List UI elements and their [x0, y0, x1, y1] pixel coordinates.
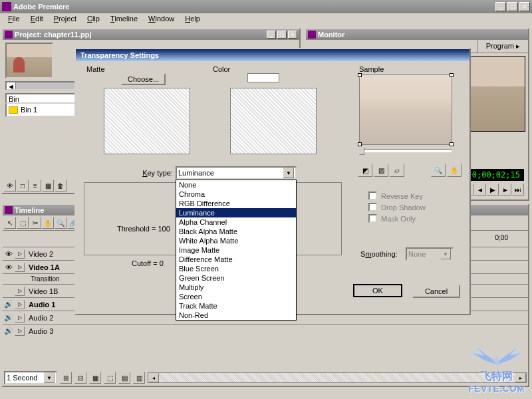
project-tool-2[interactable]: □	[17, 180, 29, 192]
timeline-opt-3[interactable]: ▦	[89, 372, 101, 384]
monitor-title: Monitor	[318, 31, 526, 39]
tool-hand[interactable]: ✋	[42, 217, 54, 229]
close-button[interactable]: ×	[519, 2, 530, 11]
key-option-non-red[interactable]: Non-Red	[176, 311, 296, 320]
monitor-next[interactable]: ⏭	[512, 184, 524, 196]
monitor-play[interactable]: ▶	[487, 184, 499, 196]
mask-only-checkbox[interactable]	[368, 214, 377, 223]
sample-preview[interactable]	[360, 75, 452, 144]
key-option-screen[interactable]: Screen	[176, 292, 296, 301]
sample-handle-br[interactable]	[450, 142, 454, 146]
project-thumbnail[interactable]	[5, 43, 53, 78]
tool-selection[interactable]: ↖	[4, 217, 16, 229]
sample-frame	[359, 74, 452, 145]
key-option-none[interactable]: None	[176, 180, 296, 190]
key-option-difference-matte[interactable]: Difference Matte	[176, 255, 296, 264]
key-option-image-matte[interactable]: Image Matte	[176, 245, 296, 255]
track-audio3[interactable]: 🔊 ▷ Audio 3	[3, 324, 528, 337]
reverse-key-row[interactable]: Reverse Key	[368, 192, 426, 200]
key-option-track-matte[interactable]: Track Matte	[176, 301, 296, 311]
track-expand-a3[interactable]: ▷	[15, 327, 25, 336]
timeline-footer: 1 Second ▼ ⊞ ⊟ ▦ ⬚ ▤ ▥ ◄ ►	[4, 371, 527, 384]
key-option-luminance[interactable]: Luminance	[176, 208, 296, 217]
drop-shadow-row[interactable]: Drop Shadow	[368, 203, 426, 211]
menu-help[interactable]: Help	[180, 13, 205, 25]
key-option-rgb-difference[interactable]: RGB Difference	[176, 199, 296, 208]
project-maximize[interactable]: □	[277, 31, 287, 39]
timeline-hscroll[interactable]: ◄ ►	[148, 372, 527, 383]
menu-file[interactable]: File	[3, 13, 25, 25]
menu-project[interactable]: Project	[49, 13, 82, 25]
timeline-icon	[5, 206, 13, 214]
key-option-green-screen[interactable]: Green Screen	[176, 273, 296, 283]
dialog-titlebar[interactable]: Transparency Settings	[76, 49, 469, 61]
threshold-label: Threshold = 100	[117, 225, 170, 233]
project-tool-5[interactable]: 🗑	[55, 180, 66, 192]
tool-razor[interactable]: ✂	[29, 217, 41, 229]
project-tool-1[interactable]: 👁	[4, 180, 16, 192]
timeline-opt-6[interactable]: ▥	[133, 372, 145, 384]
tool-range[interactable]: ⬚	[17, 217, 29, 229]
folder-icon	[9, 106, 18, 114]
choose-button[interactable]: Choose...	[121, 73, 166, 85]
bin-name: Bin 1	[21, 106, 37, 114]
sample-slider[interactable]	[359, 149, 452, 153]
menu-edit[interactable]: Edit	[25, 13, 49, 25]
bg-checker-icon[interactable]: ▨	[374, 164, 388, 177]
zoom-select[interactable]: 1 Second ▼	[4, 371, 57, 384]
drop-shadow-checkbox[interactable]	[368, 203, 377, 211]
bg-black-white-icon[interactable]: ◩	[358, 164, 372, 177]
track-expand-v1b[interactable]: ▷	[15, 287, 25, 296]
key-type-dropdown-list[interactable]: None Chroma RGB Difference Luminance Alp…	[176, 180, 297, 321]
cutoff-label: Cutoff = 0	[132, 259, 164, 267]
chevron-down-icon[interactable]: ▼	[283, 168, 294, 178]
key-type-select[interactable]: Luminance ▼	[176, 166, 297, 180]
color-swatch[interactable]	[247, 73, 279, 82]
menu-timeline[interactable]: Timeline	[105, 13, 143, 25]
track-expand-v1a[interactable]: ▷	[15, 263, 25, 272]
key-option-multiply[interactable]: Multiply	[176, 283, 296, 292]
project-minimize[interactable]: _	[267, 31, 276, 39]
matte-label: Matte	[86, 65, 105, 73]
sample-handle-bl[interactable]	[358, 142, 362, 146]
zoom-icon[interactable]: 🔍	[431, 164, 446, 177]
project-close[interactable]: ×	[288, 31, 297, 39]
menu-clip[interactable]: Clip	[82, 13, 105, 25]
key-option-blue-screen[interactable]: Blue Screen	[176, 264, 296, 273]
project-tool-3[interactable]: ≡	[29, 180, 41, 192]
cancel-button[interactable]: Cancel	[412, 285, 460, 298]
tool-zoom[interactable]: 🔍	[55, 217, 66, 229]
reverse-key-checkbox[interactable]	[368, 192, 377, 200]
ok-button[interactable]: OK	[354, 285, 402, 297]
key-option-black-alpha-matte[interactable]: Black Alpha Matte	[176, 227, 296, 236]
app-icon	[2, 2, 11, 11]
menu-window[interactable]: Window	[143, 13, 180, 25]
project-tool-4[interactable]: ▦	[42, 180, 54, 192]
monitor-step-fwd[interactable]: ►	[499, 184, 511, 196]
minimize-button[interactable]: _	[495, 2, 506, 11]
key-option-white-alpha-matte[interactable]: White Alpha Matte	[176, 236, 296, 245]
track-expand-v2[interactable]: ▷	[15, 249, 25, 259]
monitor-titlebar[interactable]: Monitor	[306, 29, 528, 40]
maximize-button[interactable]: □	[507, 2, 518, 11]
hand-icon[interactable]: ✋	[447, 164, 462, 177]
mask-only-row[interactable]: Mask Only	[368, 214, 426, 223]
key-option-chroma[interactable]: Chroma	[176, 190, 296, 199]
project-titlebar[interactable]: Project: chapter11.ppj _ □ ×	[3, 29, 299, 40]
bg-image-icon[interactable]: ▱	[390, 164, 404, 177]
timeline-opt-5[interactable]: ▤	[118, 372, 130, 384]
monitor-tab-program[interactable]: Program ▸	[477, 40, 528, 53]
app-titlebar: Adobe Premiere _ □ ×	[0, 0, 532, 13]
sample-handle-tl[interactable]	[358, 73, 362, 77]
matte-preview[interactable]	[104, 88, 190, 154]
timeline-opt-1[interactable]: ⊞	[60, 372, 72, 384]
color-preview[interactable]	[230, 88, 317, 154]
timeline-opt-4[interactable]: ⬚	[104, 372, 116, 384]
track-expand-a2[interactable]: ▷	[15, 313, 25, 323]
sample-handle-tr[interactable]	[450, 73, 454, 77]
track-expand-a1[interactable]: ▷	[15, 300, 25, 309]
monitor-step-back[interactable]: ◄	[474, 184, 486, 196]
key-option-alpha-channel[interactable]: Alpha Channel	[176, 217, 296, 227]
smoothing-select[interactable]: None ▼	[406, 247, 454, 261]
timeline-opt-2[interactable]: ⊟	[74, 372, 86, 384]
